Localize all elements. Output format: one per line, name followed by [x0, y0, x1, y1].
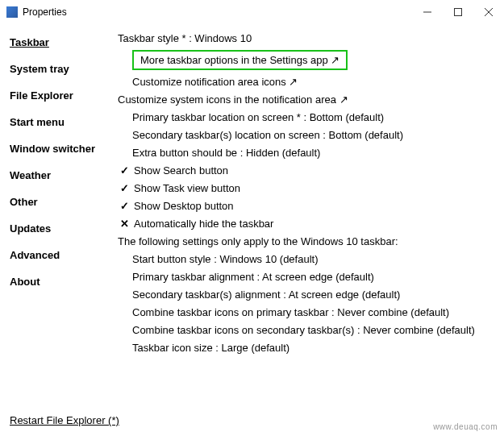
settings-app-link[interactable]: More taskbar options in the Settings app…: [132, 50, 348, 70]
checkmark-icon: ✓: [118, 182, 131, 194]
restart-file-explorer-link[interactable]: Restart File Explorer (*): [10, 414, 119, 426]
show-search-toggle[interactable]: ✓Show Search button: [118, 161, 498, 179]
toggle-label: Show Task view button: [134, 182, 240, 194]
cross-icon: ✕: [118, 218, 131, 230]
watermark: www.deuaq.com: [433, 422, 498, 431]
checkmark-icon: ✓: [118, 164, 131, 176]
checkmark-icon: ✓: [118, 200, 131, 212]
window-title: Properties: [23, 6, 412, 18]
maximize-button[interactable]: [443, 0, 473, 24]
sidebar: Taskbar System tray File Explorer Start …: [10, 27, 116, 356]
combine-primary-setting[interactable]: Combine taskbar icons on primary taskbar…: [118, 303, 498, 321]
combine-secondary-setting[interactable]: Combine taskbar icons on secondary taskb…: [118, 321, 498, 338]
system-icons-link[interactable]: Customize system icons in the notificati…: [118, 90, 498, 108]
sidebar-item-other[interactable]: Other: [10, 189, 116, 215]
close-button[interactable]: [473, 0, 504, 24]
sidebar-item-taskbar[interactable]: Taskbar: [10, 29, 116, 56]
sidebar-item-about[interactable]: About: [10, 268, 116, 295]
sidebar-item-file-explorer[interactable]: File Explorer: [10, 82, 116, 109]
icon-size-setting[interactable]: Taskbar icon size : Large (default): [118, 338, 498, 356]
main-panel: Taskbar style * : Windows 10 More taskba…: [116, 27, 504, 356]
app-icon: [6, 6, 18, 18]
auto-hide-toggle[interactable]: ✕Automatically hide the taskbar: [118, 214, 498, 232]
window-controls: [412, 0, 504, 24]
sidebar-item-updates[interactable]: Updates: [10, 215, 116, 242]
win10-note: The following settings only apply to the…: [118, 232, 498, 250]
toggle-label: Show Desktop button: [134, 200, 234, 212]
secondary-location-setting[interactable]: Secondary taskbar(s) location on screen …: [118, 126, 498, 143]
titlebar: Properties: [0, 0, 504, 24]
sidebar-item-start-menu[interactable]: Start menu: [10, 109, 116, 135]
primary-location-setting[interactable]: Primary taskbar location on screen * : B…: [118, 108, 498, 126]
sidebar-item-window-switcher[interactable]: Window switcher: [10, 135, 116, 162]
primary-alignment-setting[interactable]: Primary taskbar alignment : At screen ed…: [118, 268, 498, 285]
content-area: Taskbar System tray File Explorer Start …: [0, 24, 504, 356]
show-taskview-toggle[interactable]: ✓Show Task view button: [118, 179, 498, 197]
notification-icons-link[interactable]: Customize notification area icons ↗: [118, 73, 498, 90]
svg-rect-1: [455, 9, 462, 16]
secondary-alignment-setting[interactable]: Secondary taskbar(s) alignment : At scre…: [118, 285, 498, 303]
minimize-button[interactable]: [412, 0, 443, 24]
sidebar-item-system-tray[interactable]: System tray: [10, 56, 116, 82]
sidebar-item-weather[interactable]: Weather: [10, 162, 116, 189]
sidebar-item-advanced[interactable]: Advanced: [10, 242, 116, 268]
show-desktop-toggle[interactable]: ✓Show Desktop button: [118, 197, 498, 214]
toggle-label: Automatically hide the taskbar: [134, 218, 273, 230]
highlight-row: More taskbar options in the Settings app…: [118, 47, 498, 73]
taskbar-style-setting[interactable]: Taskbar style * : Windows 10: [118, 29, 498, 47]
extra-button-setting[interactable]: Extra button should be : Hidden (default…: [118, 143, 498, 161]
toggle-label: Show Search button: [134, 164, 228, 176]
start-button-style-setting[interactable]: Start button style : Windows 10 (default…: [118, 250, 498, 268]
